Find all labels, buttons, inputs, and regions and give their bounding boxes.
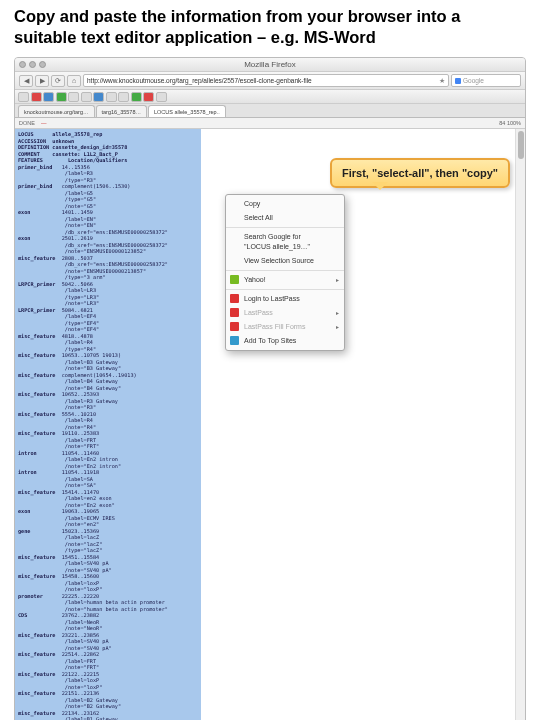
bookmark-item[interactable] xyxy=(18,92,29,102)
context-menu-item[interactable]: View Selection Source xyxy=(226,254,344,268)
context-menu-item: LastPass Fill Forms xyxy=(226,320,344,334)
back-button[interactable]: ◀ xyxy=(19,75,33,87)
window-title: Mozilla Firefox xyxy=(244,60,296,69)
status-left: DONE xyxy=(19,120,35,126)
status-right: 84 100% xyxy=(499,120,521,126)
bookmark-item[interactable] xyxy=(81,92,92,102)
context-menu-item[interactable]: Yahoo! xyxy=(226,273,344,287)
context-menu-item[interactable]: Add To Top Sites xyxy=(226,334,344,348)
context-menu-item[interactable]: Copy xyxy=(226,197,344,211)
traffic-lights[interactable] xyxy=(19,61,46,68)
status-bar: DONE — 84 100% xyxy=(15,118,525,129)
context-menu-item: LastPass xyxy=(226,306,344,320)
nav-toolbar: ◀ ▶ ⟳ ⌂ http://www.knockoutmouse.org/tar… xyxy=(15,72,525,90)
context-menu-item[interactable]: Search Google for "LOCUS allele_19…" xyxy=(226,230,344,254)
lp-icon xyxy=(230,308,239,317)
instruction-callout: First, "select-all", then "copy" xyxy=(330,158,510,188)
ts-icon xyxy=(230,336,239,345)
bookmark-item[interactable] xyxy=(56,92,67,102)
bookmark-item[interactable] xyxy=(93,92,104,102)
window-title-bar: Mozilla Firefox xyxy=(15,58,525,72)
bookmark-item[interactable] xyxy=(68,92,79,102)
tab-bar: knockoutmouse.org/targ… targ16_35578… LO… xyxy=(15,104,525,118)
search-field[interactable]: Google xyxy=(451,74,521,87)
context-menu-item[interactable]: Select All xyxy=(226,211,344,225)
selected-text-block[interactable]: LOCUS allele_35578_repACCESSION unknownD… xyxy=(15,129,201,720)
reload-button[interactable]: ⟳ xyxy=(51,75,65,87)
scrollbar[interactable] xyxy=(515,129,525,720)
context-menu-item[interactable]: Login to LastPass xyxy=(226,292,344,306)
tab[interactable]: targ16_35578… xyxy=(96,105,147,117)
status-mid: — xyxy=(41,120,47,126)
bookmark-item[interactable] xyxy=(106,92,117,102)
forward-button[interactable]: ▶ xyxy=(35,75,49,87)
slide-title: Copy and paste the information from your… xyxy=(0,0,540,57)
bookmark-item[interactable] xyxy=(118,92,129,102)
y-icon xyxy=(230,275,239,284)
browser-window: Mozilla Firefox ◀ ▶ ⟳ ⌂ http://www.knock… xyxy=(14,57,526,720)
bookmark-item[interactable] xyxy=(156,92,167,102)
bookmark-bar xyxy=(15,90,525,104)
url-field[interactable]: http://www.knockoutmouse.org/targ_rep/al… xyxy=(83,74,449,87)
bookmark-item[interactable] xyxy=(31,92,42,102)
lp2-icon xyxy=(230,322,239,331)
bookmark-item[interactable] xyxy=(143,92,154,102)
context-menu: CopySelect AllSearch Google for "LOCUS a… xyxy=(225,194,345,351)
tab-active[interactable]: LOCUS allele_35578_rep.. xyxy=(148,105,226,117)
home-button[interactable]: ⌂ xyxy=(67,75,81,87)
tab[interactable]: knockoutmouse.org/targ… xyxy=(18,105,95,117)
lp-icon xyxy=(230,294,239,303)
bookmark-item[interactable] xyxy=(43,92,54,102)
bookmark-item[interactable] xyxy=(131,92,142,102)
